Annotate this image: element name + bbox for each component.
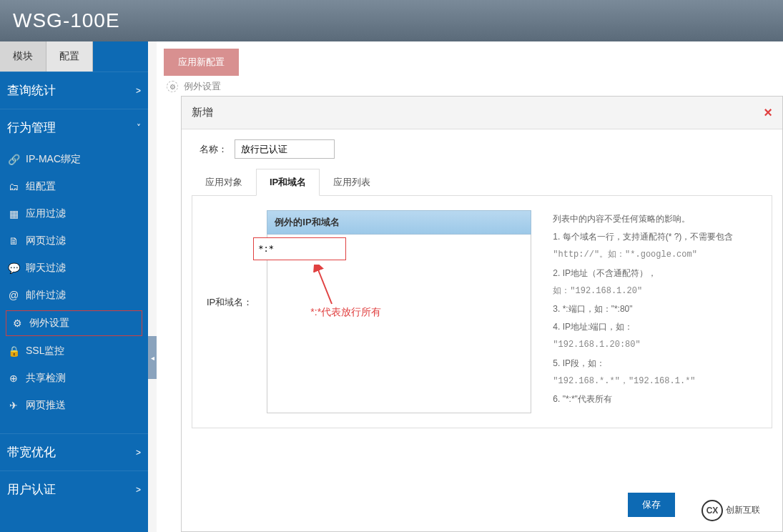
sidebar-item-label: IP-MAC绑定 [26, 153, 81, 166]
ip-annotation: *:*代表放行所有 [310, 306, 381, 319]
help-line: "192.168.*.*"，"192.168.1.*" [553, 373, 757, 390]
sidebar-tab-module[interactable]: 模块 [0, 41, 46, 72]
tab-content: IP和域名： 例外的IP和域名 *:*代表放行所有 列表中的内容不受任何策略的影… [192, 196, 772, 428]
save-button[interactable]: 保存 [628, 493, 675, 517]
name-label: 名称： [192, 143, 227, 156]
sidebar-item-ssl-monitor[interactable]: 🔒SSL监控 [0, 338, 148, 365]
sidebar-item-label: 聊天过滤 [26, 262, 66, 275]
sidebar: 模块 配置 查询统计 > 行为管理 ˅ 🔗IP-MAC绑定 🗂组配置 ▦应用过滤… [0, 41, 148, 532]
doc-icon: 🗎 [7, 235, 20, 247]
help-line: 列表中的内容不受任何策略的影响。 [553, 210, 757, 228]
sidebar-item-label: 应用过滤 [26, 207, 66, 220]
section-label: 行为管理 [7, 119, 56, 136]
section-label: 带宽优化 [7, 444, 56, 460]
sidebar-item-ip-mac[interactable]: 🔗IP-MAC绑定 [0, 146, 148, 173]
chevron-right-icon: > [136, 485, 141, 495]
watermark-text: 创新互联 [726, 504, 760, 516]
help-line: 6. "*:*"代表所有 [553, 390, 757, 408]
sidebar-item-label: 例外设置 [29, 317, 69, 330]
sidebar-item-web-filter[interactable]: 🗎网页过滤 [0, 227, 148, 255]
help-line: 5. IP段，如： [553, 355, 757, 373]
section-label: 用户认证 [7, 481, 56, 498]
share-icon: ⊕ [7, 372, 20, 385]
chevron-down-icon: ˅ [137, 123, 141, 133]
sidebar-item-mail-filter[interactable]: @邮件过滤 [0, 282, 148, 309]
link-icon: 🔗 [7, 153, 20, 166]
sidebar-item-web-push[interactable]: ✈网页推送 [0, 392, 148, 419]
sidebar-tab-config[interactable]: 配置 [46, 41, 93, 72]
send-icon: ✈ [7, 399, 20, 412]
sidebar-item-label: 邮件过滤 [26, 289, 66, 302]
sidebar-item-label: 网页推送 [26, 399, 66, 412]
help-line: 1. 每个域名一行，支持通配符(* ?)，不需要包含 [553, 228, 757, 246]
modal-tabs: 应用对象 IP和域名 应用列表 [192, 169, 772, 196]
gear-icon: ⚙ [11, 317, 24, 330]
section-label: 查询统计 [7, 82, 56, 99]
name-input[interactable] [235, 139, 335, 159]
tab-app-target[interactable]: 应用对象 [192, 169, 256, 196]
modal-title: 新增 [192, 106, 213, 119]
sidebar-item-label: 共享检测 [26, 372, 66, 385]
app-title: WSG-100E [13, 9, 120, 32]
help-line: 4. IP地址:端口，如： [553, 318, 757, 336]
sidebar-item-chat-filter[interactable]: 💬聊天过滤 [0, 255, 148, 282]
section-behavior-mgmt[interactable]: 行为管理 ˅ [0, 109, 148, 146]
help-text: 列表中的内容不受任何策略的影响。 1. 每个域名一行，支持通配符(* ?)，不需… [553, 210, 764, 413]
sidebar-item-label: SSL监控 [26, 345, 64, 358]
help-line: "http://"。如："*.google.com" [553, 246, 757, 264]
sidebar-item-app-filter[interactable]: ▦应用过滤 [0, 200, 148, 227]
sidebar-tab-row: 模块 配置 [0, 41, 148, 72]
tab-app-list[interactable]: 应用列表 [320, 169, 384, 196]
apply-config-button[interactable]: 应用新配置 [164, 49, 239, 76]
svg-line-1 [317, 268, 332, 304]
ip-domain-textarea-wrap: *:*代表放行所有 [267, 235, 531, 413]
grid-icon: ▦ [7, 207, 20, 220]
chevron-right-icon: > [136, 448, 141, 458]
modal-body: 名称： 应用对象 IP和域名 应用列表 IP和域名： 例外的IP和域名 [182, 129, 782, 438]
arrow-icon [310, 265, 339, 307]
breadcrumb: ⚙ 例外设置 [167, 80, 773, 93]
chat-icon: 💬 [7, 262, 20, 275]
help-line: 如："192.168.1.20" [553, 282, 757, 300]
sidebar-item-group-config[interactable]: 🗂组配置 [0, 173, 148, 200]
app-header: WSG-100E [0, 0, 783, 41]
breadcrumb-text: 例外设置 [184, 80, 221, 93]
help-line: 2. IP地址（不含通配符）， [553, 265, 757, 282]
help-line: 3. *:端口，如："*:80" [553, 300, 757, 318]
watermark-logo-icon: CX [701, 500, 723, 521]
add-modal: 新增 × 名称： 应用对象 IP和域名 应用列表 IP和域名： 例外的IP和域名 [181, 96, 783, 532]
section-query-stats[interactable]: 查询统计 > [0, 72, 148, 109]
mail-icon: @ [7, 289, 20, 302]
sidebar-item-label: 组配置 [26, 180, 56, 193]
ip-domain-input[interactable] [253, 237, 346, 260]
lock-icon: 🔒 [7, 345, 20, 358]
ip-domain-column: IP和域名： 例外的IP和域名 *:*代表放行所有 [200, 210, 531, 413]
gear-icon: ⚙ [167, 81, 178, 92]
ip-domain-label: IP和域名： [207, 296, 252, 309]
section-bandwidth[interactable]: 带宽优化 > [0, 433, 148, 471]
sidebar-item-share-detect[interactable]: ⊕共享检测 [0, 365, 148, 392]
modal-header: 新增 × [182, 97, 782, 129]
card-icon: 🗂 [7, 180, 20, 193]
watermark: CX 创新互联 [684, 494, 777, 526]
sidebar-item-exception[interactable]: ⚙例外设置 [6, 310, 142, 336]
close-icon[interactable]: × [764, 104, 772, 121]
chevron-right-icon: > [136, 86, 141, 96]
ip-domain-box: 例外的IP和域名 *:*代表放行所有 [267, 210, 531, 413]
section-user-auth[interactable]: 用户认证 > [0, 471, 148, 508]
tab-ip-domain[interactable]: IP和域名 [256, 169, 320, 196]
name-row: 名称： [192, 139, 772, 159]
help-line: "192.168.1.20:80" [553, 336, 757, 354]
ip-domain-header: 例外的IP和域名 [267, 210, 531, 235]
sidebar-item-label: 网页过滤 [26, 235, 66, 247]
sidebar-collapse-handle[interactable]: ◂ [148, 336, 157, 379]
